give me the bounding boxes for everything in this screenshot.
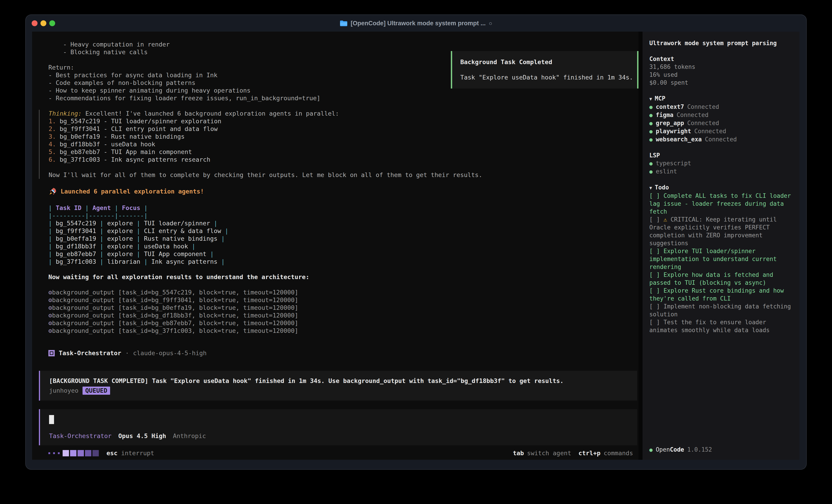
todo-item: [ ] ⚠ CRITICAL: Keep iterating until Ora…	[649, 216, 792, 247]
tool-call-list: ⚙background_output [task_id=bg_5547c219,…	[32, 288, 639, 335]
table-header-row: | Task ID | Agent | Focus |	[32, 204, 639, 212]
orchestrator-row: Task-Orchestrator · claude-opus-4-5-high	[32, 348, 639, 358]
thinking-intro-line: Thinking: Excellent! I've launched 6 bac…	[49, 110, 639, 117]
gear-icon: ⚙	[48, 319, 52, 327]
table-row: | bg_37f1c003 | librarian | Ink async pa…	[32, 258, 639, 265]
terminal: - Heavy computation in render - Blocking…	[32, 32, 800, 460]
esc-key-hint: esc	[106, 449, 118, 457]
tab-key-hint: tab	[513, 449, 524, 457]
lsp-item: ●eslint	[649, 168, 792, 176]
context-tokens: 31,686 tokens	[649, 63, 792, 71]
brand: OpenCode	[656, 446, 684, 454]
title-progress-circle-icon: ○	[489, 20, 492, 27]
todo-item: [ ] Explore Rust core bindings and how t…	[649, 287, 792, 303]
input-agent-name: Task-Orchestrator	[49, 432, 111, 440]
window-title: [OpenCode] Ultrawork mode system prompt …	[340, 20, 492, 27]
orchestrator-model: claude-opus-4-5-high	[133, 349, 207, 357]
chevron-down-icon: ▼	[649, 185, 652, 191]
sidebar-footer: ● OpenCode 1.0.152	[649, 446, 792, 454]
lsp-item: ●typescript	[649, 160, 792, 168]
minimize-button[interactable]	[41, 20, 46, 26]
sidebar: Ultrawork mode system prompt parsing Con…	[643, 32, 800, 460]
toast-body: Task "Explore useData hook" finished in …	[460, 74, 629, 81]
session-title: Ultrawork mode system prompt parsing	[649, 39, 792, 47]
chat-main-pane: - Heavy computation in render - Blocking…	[32, 32, 639, 460]
waiting-line: Now waiting for all exploration results …	[32, 273, 639, 281]
thinking-outro-line: Now I'll wait for all of them to complet…	[49, 171, 639, 179]
context-heading: Context	[649, 55, 792, 63]
progress-spinner-icon	[48, 450, 99, 456]
lsp-list: ●typescript●eslint	[649, 160, 792, 176]
todo-heading[interactable]: ▼Todo	[649, 184, 792, 192]
message-user: junhoyeo	[49, 387, 78, 394]
rocket-icon	[48, 187, 57, 196]
thinking-list-item: 1. bg_5547c219 - TUI loader/spinner expl…	[49, 117, 639, 125]
status-dot-icon: ●	[649, 128, 652, 136]
titlebar: [OpenCode] Ultrawork mode system prompt …	[26, 15, 806, 32]
todo-item: [ ] Implement non-blocking data fetching…	[649, 303, 792, 318]
mcp-item: ●figma Connected	[649, 111, 792, 119]
mcp-list: ●context7 Connected●figma Connected●grep…	[649, 103, 792, 144]
toast-title: Background Task Completed	[460, 58, 629, 66]
orchestrator-name: Task-Orchestrator	[59, 349, 121, 357]
context-spent: $0.00 spent	[649, 79, 792, 87]
toast-notification[interactable]: Background Task Completed Task "Explore …	[451, 51, 639, 88]
thinking-list-item: 2. bg_f9ff3041 - CLI entry point and dat…	[49, 125, 639, 133]
lsp-heading: LSP	[649, 151, 792, 160]
pane-divider	[639, 32, 643, 460]
status-dot-icon: ●	[649, 111, 652, 119]
thinking-list-item: 6. bg_37f1c003 - Ink async patterns rese…	[49, 156, 639, 164]
mcp-heading[interactable]: ▼MCP	[649, 94, 792, 103]
announcement-text: Launched 6 parallel exploration agents!	[60, 188, 204, 195]
tool-call-line: ⚙background_output [task_id=bg_eb87ebb7,…	[32, 319, 639, 327]
ctrlp-key-hint: ctrl+p	[578, 449, 600, 457]
text-cursor	[49, 415, 54, 424]
zoom-button[interactable]	[49, 20, 55, 26]
status-dot-icon: ●	[649, 446, 652, 454]
orchestrator-separator: ·	[125, 349, 129, 357]
table-row: | bg_df18bb3f | explore | useData hook |	[32, 243, 639, 250]
mcp-item: ●playwright Connected	[649, 128, 792, 136]
tab-key-label: switch agent	[527, 449, 571, 457]
thinking-list-item: 3. bg_b0effa19 - Rust native bindings	[49, 133, 639, 140]
table-separator-row: |---------|-------|-------|	[32, 212, 639, 220]
prompt-input[interactable]: Task-Orchestrator Opus 4.5 High Anthropi…	[39, 409, 637, 445]
todo-item: [ ] Complete ALL tasks to fix CLI loader…	[649, 192, 792, 216]
completed-message-meta: junhoyeo QUEUED	[49, 387, 630, 395]
task-table: | Task ID | Agent | Focus ||---------|--…	[32, 204, 639, 265]
window-title-text: [OpenCode] Ultrawork mode system prompt …	[350, 20, 486, 27]
input-provider-name: Anthropic	[173, 432, 206, 440]
todo-list: [ ] Complete ALL tasks to fix CLI loader…	[649, 192, 792, 334]
table-row: | bg_b0effa19 | explore | Rust native bi…	[32, 235, 639, 243]
warning-icon: ⚠	[664, 216, 671, 223]
agent-square-icon	[48, 350, 55, 356]
mcp-item: ●websearch_exa Connected	[649, 136, 792, 144]
agent-status-row: Task-Orchestrator Opus 4.5 High Anthropi…	[49, 432, 630, 440]
gear-icon: ⚙	[48, 304, 52, 311]
terminal-line: - Heavy computation in render	[32, 40, 639, 48]
gear-icon: ⚙	[48, 289, 52, 296]
ctrlp-key-label: commands	[604, 449, 633, 457]
table-row: | bg_f9ff3041 | explore | CLI entry & da…	[32, 227, 639, 235]
tool-call-line: ⚙background_output [task_id=bg_37f1c003,…	[32, 327, 639, 335]
gear-icon: ⚙	[48, 327, 52, 334]
status-dot-icon: ●	[649, 160, 652, 168]
thinking-label: Thinking:	[49, 110, 82, 117]
close-button[interactable]	[32, 20, 37, 26]
thinking-list: 1. bg_5547c219 - TUI loader/spinner expl…	[49, 117, 639, 164]
chevron-down-icon: ▼	[649, 96, 652, 102]
esc-key-label: interrupt	[121, 449, 154, 457]
context-used: 16% used	[649, 71, 792, 79]
table-row: | bg_eb87ebb7 | explore | TUI App compon…	[32, 250, 639, 258]
completed-message-text: [BACKGROUND TASK COMPLETED] Task "Explor…	[49, 377, 630, 385]
app-version: 1.0.152	[687, 446, 712, 454]
status-dot-icon: ●	[649, 168, 652, 176]
tool-call-line: ⚙background_output [task_id=bg_df18bb3f,…	[32, 312, 639, 319]
status-dot-icon: ●	[649, 119, 652, 128]
status-dot-icon: ●	[649, 136, 652, 144]
thinking-block: Thinking: Excellent! I've launched 6 bac…	[39, 110, 639, 179]
background-completed-message: [BACKGROUND TASK COMPLETED] Task "Explor…	[39, 371, 637, 400]
mcp-item: ●grep_app Connected	[649, 119, 792, 128]
folder-icon	[340, 20, 347, 26]
statusbar: esc interrupt tab switch agent ctrl+p co…	[32, 449, 639, 457]
